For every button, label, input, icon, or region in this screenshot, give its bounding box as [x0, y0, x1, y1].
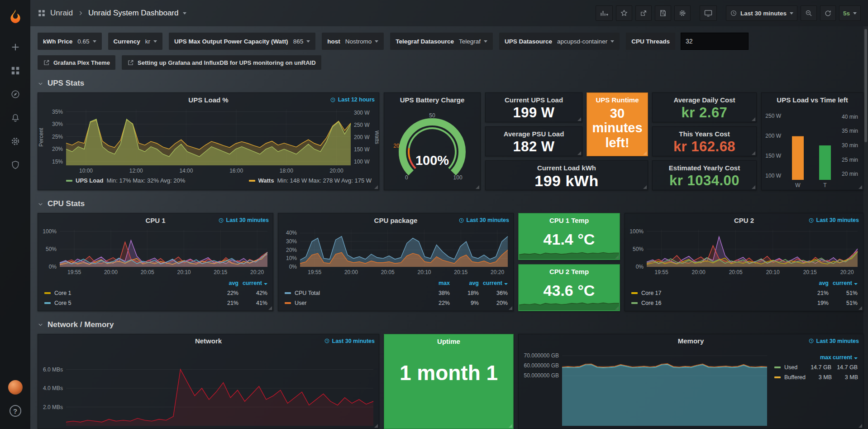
scrollbar-thumb[interactable] — [864, 29, 867, 142]
breadcrumb-dashboard[interactable]: Unraid System Dashboard — [88, 9, 178, 18]
variable-currency[interactable]: Currency kr — [108, 33, 163, 50]
user-avatar[interactable] — [6, 378, 24, 396]
variable-value[interactable]: 865 — [293, 38, 310, 45]
caret-down-icon[interactable] — [183, 12, 186, 14]
legend-row[interactable]: Core 122%42% — [44, 288, 267, 298]
variable-telegraf-datasource[interactable]: Telegraf Datasource Telegraf — [390, 33, 493, 50]
legend-column-header[interactable]: avg — [450, 280, 479, 286]
memory-chart[interactable]: 50.000000 GB60.000000 GB70.000000 GB — [519, 348, 773, 429]
panel-title[interactable]: CPU package — [374, 217, 418, 224]
panel-time-range-tag[interactable]: Last 12 hours — [330, 96, 375, 103]
refresh-interval-select[interactable]: 5s — [839, 5, 861, 21]
panel-time-range-tag[interactable]: Last 30 minutes — [324, 338, 375, 344]
variable-ups-datasource[interactable]: UPS Datasource apcupsd-container — [499, 33, 620, 50]
network-chart[interactable]: 2.0 MBs4.0 MBs6.0 MBs — [38, 348, 379, 429]
panel-time-range-tag[interactable]: Last 30 minutes — [808, 338, 859, 344]
legend-series-name[interactable]: Core 16 — [641, 300, 661, 306]
panel-resize-handle[interactable] — [374, 424, 378, 428]
dashboards-button[interactable] — [6, 62, 24, 80]
legend-series-name[interactable]: Buffered — [784, 374, 806, 381]
legend-series-name[interactable]: Watts — [258, 177, 274, 184]
legend-column-header[interactable]: current — [831, 354, 858, 361]
variable-ups-max-output[interactable]: UPS Max Output Power Capacity (Watt) 865 — [169, 33, 315, 50]
server-admin-button[interactable] — [6, 156, 24, 174]
panel-title[interactable]: Network — [195, 337, 222, 345]
create-button[interactable] — [6, 38, 24, 56]
variable-kwh-price[interactable]: kWh Price 0.65 — [38, 33, 102, 50]
panel-resize-handle[interactable] — [374, 185, 378, 189]
legend-series-name[interactable]: Core 5 — [54, 300, 72, 306]
panel-title[interactable]: CPU 2 Temp — [519, 265, 620, 275]
legend-row[interactable]: Used14.7 GB14.7 GB — [774, 362, 858, 372]
panel-resize-handle[interactable] — [509, 424, 512, 428]
scrollbar[interactable] — [863, 26, 868, 429]
panel-resize-handle[interactable] — [476, 185, 479, 189]
panel-title[interactable]: Memory — [678, 337, 704, 345]
panel-time-range-tag[interactable]: Last 30 minutes — [808, 217, 859, 223]
legend-row[interactable]: Buffered3 MB3 MB — [774, 372, 858, 382]
configuration-button[interactable] — [6, 132, 24, 150]
cpu-threads-input[interactable] — [681, 33, 749, 50]
variable-value[interactable]: 0.65 — [77, 38, 96, 45]
breadcrumb-folder[interactable]: Unraid — [50, 9, 73, 18]
panel-title[interactable]: UPS Load vs Time left — [777, 96, 848, 104]
panel-resize-handle[interactable] — [858, 306, 862, 310]
help-button[interactable]: ? — [6, 402, 24, 420]
alerting-button[interactable] — [6, 109, 24, 127]
legend-series-name[interactable]: User — [295, 300, 306, 306]
grafana-logo[interactable] — [6, 7, 24, 25]
panel-resize-handle[interactable] — [577, 117, 581, 121]
panel-title[interactable]: Uptime — [384, 334, 513, 345]
legend-series-name[interactable]: CPU Total — [295, 290, 320, 296]
panel-resize-handle[interactable] — [643, 185, 647, 189]
variable-value[interactable]: apcupsd-container — [557, 38, 614, 45]
panel-title[interactable]: Estimated Yearly Cost — [653, 161, 756, 172]
panel-resize-handle[interactable] — [268, 306, 272, 310]
legend-series-name[interactable]: UPS Load — [76, 177, 103, 184]
legend-row[interactable]: User22%9%20% — [285, 298, 508, 308]
panel-title[interactable]: Average PSU Load — [486, 127, 582, 138]
panel-resize-handle[interactable] — [752, 117, 755, 121]
legend-row[interactable]: Core 1619%51% — [631, 298, 858, 308]
panel-resize-handle[interactable] — [752, 185, 755, 189]
panel-title[interactable]: Average Daily Cost — [653, 93, 756, 104]
variable-value[interactable]: kr — [145, 38, 157, 45]
legend-item[interactable]: UPS LoadMin: 17% Max: 32% Avg: 20% — [66, 177, 185, 184]
panel-resize-handle[interactable] — [509, 306, 512, 310]
dashboard-settings-button[interactable] — [674, 5, 691, 21]
star-button[interactable] — [616, 5, 632, 21]
panel-resize-handle[interactable] — [752, 151, 755, 155]
panel-title[interactable]: UPS Runtime — [587, 93, 648, 104]
legend-column-header[interactable]: max — [421, 280, 450, 286]
explore-button[interactable] — [6, 85, 24, 103]
link-ups-monitoring-guide[interactable]: Setting up Grafana and InfluxDB for UPS … — [122, 55, 321, 70]
section-network-memory[interactable]: Network / Memory — [30, 311, 868, 334]
panel-resize-handle[interactable] — [577, 151, 581, 155]
battery-gauge[interactable]: 02050100 100% — [384, 106, 480, 190]
time-range-picker[interactable]: Last 30 minutes — [726, 5, 797, 21]
panel-title[interactable]: CPU 1 — [145, 217, 165, 224]
legend-row[interactable]: Core 1721%51% — [631, 288, 858, 298]
zoom-out-button[interactable] — [801, 5, 817, 21]
legend-row[interactable]: CPU Total38%18%36% — [285, 288, 508, 298]
add-panel-button[interactable] — [596, 5, 613, 21]
panel-time-range-tag[interactable]: Last 30 minutes — [458, 217, 509, 223]
legend-series-name[interactable]: Used — [784, 364, 797, 371]
legend-series-name[interactable]: Core 17 — [641, 290, 661, 296]
section-cpu-stats[interactable]: CPU Stats — [30, 190, 868, 213]
dashboard-grid-icon[interactable] — [38, 9, 46, 17]
variable-value[interactable]: Nostromo — [345, 38, 379, 45]
panel-title[interactable]: Current UPS Load — [486, 93, 582, 104]
legend-column-header[interactable]: avg — [800, 280, 829, 286]
legend-column-header[interactable]: current — [829, 280, 858, 286]
legend-item[interactable]: WattsMin: 148 W Max: 278 W Avg: 175 W — [249, 177, 372, 184]
share-button[interactable] — [635, 5, 652, 21]
legend-column-header[interactable]: current — [479, 280, 508, 286]
panel-title[interactable]: UPS Load % — [188, 96, 228, 104]
section-ups-stats[interactable]: UPS Stats — [30, 70, 868, 92]
panel-title[interactable]: This Years Cost — [653, 127, 756, 138]
panel-title[interactable]: UPS Battery Charge — [400, 96, 465, 104]
variable-host[interactable]: host Nostromo — [322, 33, 384, 50]
legend-row[interactable]: Core 521%41% — [44, 298, 267, 308]
refresh-button[interactable] — [820, 5, 836, 21]
